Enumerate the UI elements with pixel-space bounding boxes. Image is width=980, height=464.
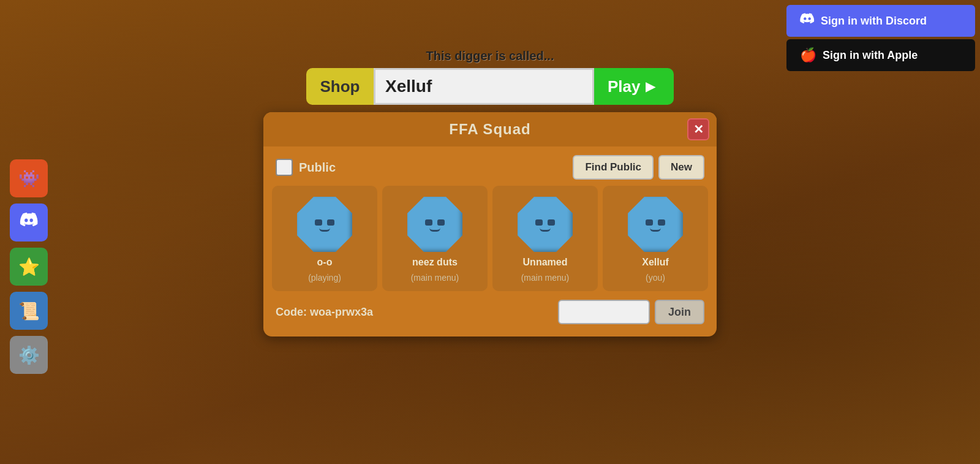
digger-eyes [646,219,665,226]
player-avatar [297,197,352,252]
digger-face [535,219,555,232]
join-button[interactable]: Join [655,300,704,324]
modal-bottom: Code: woa-prwx3a Join [263,291,717,324]
name-row: Shop Play ▶ [306,68,674,105]
player-status: (you) [646,273,665,283]
modal-header: FFA Squad ✕ [263,112,717,146]
shop-button[interactable]: Shop [306,68,374,105]
player-name: Unnamed [523,257,568,268]
eye-left [646,219,653,226]
player-avatar [518,197,573,252]
discord-auth-label: Sign in with Discord [821,15,927,28]
main-content: This digger is called... Shop Play ▶ FFA… [263,49,717,337]
player-name-input[interactable] [374,68,594,105]
squad-code-label: Code: woa-prwx3a [276,306,373,319]
eye-right [658,219,665,226]
player-card[interactable]: Unnamed (main menu) [492,186,598,291]
public-label-text: Public [299,161,336,175]
sign-in-apple-button[interactable]: 🍎 Sign in with Apple [786,39,975,71]
modal-controls: Public Find Public New [263,146,717,186]
player-card[interactable]: neez duts (main menu) [382,186,488,291]
digger-face [646,219,665,232]
players-grid: o-o (playing) neez duts (main menu) [263,186,717,291]
player-name: o-o [317,257,333,268]
sidebar-item-reddit[interactable]: 👾 [10,159,48,197]
digger-body [407,197,462,252]
digger-body [297,197,352,252]
digger-eyes [535,219,555,226]
digger-eyes [315,219,334,226]
player-card[interactable]: Xelluf (you) [603,186,708,291]
player-name: Xelluf [642,257,669,268]
modal-title: FFA Squad [449,121,530,137]
player-status: (playing) [308,273,341,283]
play-button[interactable]: Play ▶ [594,68,674,105]
player-name: neez duts [412,257,458,268]
squad-modal: FFA Squad ✕ Public Find Public New [263,112,717,337]
play-label: Play [608,77,641,96]
digger-body [518,197,573,252]
gear-icon: ⚙️ [18,345,40,365]
sidebar-item-favorites[interactable]: ⭐ [10,248,48,286]
apple-auth-label: Sign in with Apple [823,49,918,62]
digger-eyes [425,219,445,226]
digger-mouth [319,228,330,232]
player-avatar [407,197,462,252]
sign-in-discord-button[interactable]: Sign in with Discord [786,5,975,37]
digger-prompt: This digger is called... [426,49,554,63]
new-button[interactable]: New [658,155,704,180]
eye-right [437,219,445,226]
public-checkbox[interactable] [276,159,293,176]
discord-icon [18,210,39,235]
digger-mouth [650,228,661,232]
sidebar-item-settings[interactable]: ⚙️ [10,336,48,374]
eye-right [548,219,555,226]
player-status: (main menu) [521,273,570,283]
discord-auth-icon [800,12,815,30]
join-code-input[interactable] [558,300,650,324]
modal-btn-group: Find Public New [573,155,704,180]
sidebar-item-quests[interactable]: 📜 [10,292,48,330]
play-arrow-icon: ▶ [646,79,655,94]
reddit-icon: 👾 [18,169,40,189]
find-public-button[interactable]: Find Public [573,155,654,180]
auth-buttons-container: Sign in with Discord 🍎 Sign in with Appl… [786,5,975,71]
sidebar-item-discord[interactable] [10,203,48,242]
apple-auth-icon: 🍎 [800,47,816,63]
digger-mouth [540,228,551,232]
digger-mouth [429,228,440,232]
scroll-icon: 📜 [18,301,40,321]
player-status: (main menu) [411,273,459,283]
join-area: Join [558,300,704,324]
eye-left [425,219,432,226]
player-avatar [628,197,683,252]
star-icon: ⭐ [18,257,40,277]
digger-face [425,219,445,232]
eye-right [327,219,334,226]
digger-face [315,219,334,232]
eye-left [535,219,543,226]
public-label: Public [276,159,336,176]
modal-close-button[interactable]: ✕ [687,118,709,140]
player-card[interactable]: o-o (playing) [272,186,377,291]
eye-left [315,219,322,226]
sidebar: 👾 ⭐ 📜 ⚙️ [10,159,48,374]
digger-body [628,197,683,252]
